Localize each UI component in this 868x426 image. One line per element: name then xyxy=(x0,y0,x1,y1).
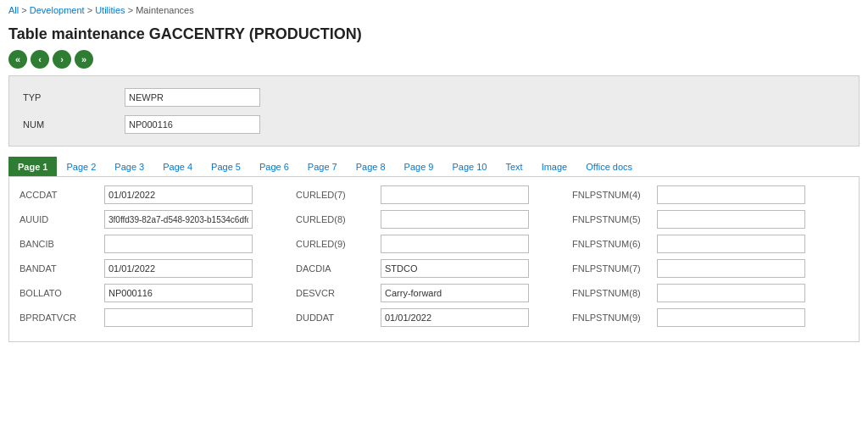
form-row-num: NUM xyxy=(23,115,845,134)
col-group-2: CURLED(7) xyxy=(296,185,572,204)
tab-page3[interactable]: Page 3 xyxy=(105,157,153,176)
col-group-3: FNLPSTNUM(7) xyxy=(572,259,849,278)
breadcrumb-development[interactable]: Development xyxy=(30,5,85,15)
col-group-3: FNLPSTNUM(4) xyxy=(572,185,849,204)
tab-page8[interactable]: Page 8 xyxy=(347,157,395,176)
breadcrumb: All > Development > Utilities > Maintena… xyxy=(0,0,868,20)
tab-page5[interactable]: Page 5 xyxy=(202,157,250,176)
input-fnlpstnum9[interactable] xyxy=(657,308,805,327)
tab-page9[interactable]: Page 9 xyxy=(395,157,443,176)
input-bancib[interactable] xyxy=(104,235,253,253)
col-group-2: DESVCR xyxy=(296,284,572,302)
col-group-1: ACCDAT xyxy=(19,185,296,204)
breadcrumb-utilities[interactable]: Utilities xyxy=(95,5,125,15)
label-bancib: BANCIB xyxy=(19,239,104,249)
col-group-3: FNLPSTNUM(5) xyxy=(572,210,849,229)
label-accdat: ACCDAT xyxy=(19,190,104,200)
label-fnlpstnum9: FNLPSTNUM(9) xyxy=(572,313,657,323)
col-group-1: BOLLATO xyxy=(19,284,296,302)
table-row: AUUID CURLED(8) FNLPSTNUM(5) xyxy=(19,210,849,229)
input-auuid[interactable] xyxy=(104,210,253,229)
table-row: BANDAT DACDIA FNLPSTNUM(7) xyxy=(19,259,849,278)
col-group-3: FNLPSTNUM(8) xyxy=(572,284,849,302)
input-duddat[interactable] xyxy=(381,308,529,327)
input-fnlpstnum7[interactable] xyxy=(657,259,805,278)
tab-page2[interactable]: Page 2 xyxy=(57,157,105,176)
nav-prev-button[interactable]: ‹ xyxy=(31,50,49,69)
col-group-2: DUDDAT xyxy=(296,308,572,327)
nav-next-button[interactable]: › xyxy=(53,50,71,69)
form-label-num: NUM xyxy=(23,119,125,130)
col-group-1: AUUID xyxy=(19,210,296,229)
tab-page1[interactable]: Page 1 xyxy=(8,157,57,176)
table-row: ACCDAT CURLED(7) FNLPSTNUM(4) xyxy=(19,185,849,204)
form-input-num[interactable] xyxy=(125,115,260,134)
input-bollato[interactable] xyxy=(104,284,253,302)
nav-buttons: « ‹ › » xyxy=(0,47,868,75)
col-group-1: BPRDATVCR xyxy=(19,308,296,327)
label-bandat: BANDAT xyxy=(19,263,104,274)
input-bandat[interactable] xyxy=(104,259,253,278)
label-dacdia: DACDIA xyxy=(296,263,381,274)
tab-officedocs[interactable]: Office docs xyxy=(576,157,642,176)
tab-page4[interactable]: Page 4 xyxy=(153,157,202,176)
label-fnlpstnum4: FNLPSTNUM(4) xyxy=(572,190,657,200)
label-curled7: CURLED(7) xyxy=(296,190,381,200)
input-dacdia[interactable] xyxy=(381,259,529,278)
tabs-section: Page 1 Page 2 Page 3 Page 4 Page 5 Page … xyxy=(8,157,860,177)
input-fnlpstnum4[interactable] xyxy=(657,185,805,204)
form-input-typ[interactable] xyxy=(125,88,260,107)
breadcrumb-all[interactable]: All xyxy=(8,5,19,15)
input-fnlpstnum8[interactable] xyxy=(657,284,805,302)
data-section: ACCDAT CURLED(7) FNLPSTNUM(4) AUUID CURL… xyxy=(8,177,860,342)
label-auuid: AUUID xyxy=(19,214,104,224)
tab-page6[interactable]: Page 6 xyxy=(250,157,298,176)
page-title: Table maintenance GACCENTRY (PRODUCTION) xyxy=(0,20,868,47)
col-group-1: BANCIB xyxy=(19,235,296,253)
label-duddat: DUDDAT xyxy=(296,313,381,323)
input-curled8[interactable] xyxy=(381,210,529,229)
table-row: BANCIB CURLED(9) FNLPSTNUM(6) xyxy=(19,235,849,253)
input-fnlpstnum5[interactable] xyxy=(657,210,805,229)
input-desvcr[interactable] xyxy=(381,284,529,302)
label-fnlpstnum8: FNLPSTNUM(8) xyxy=(572,288,657,298)
label-fnlpstnum7: FNLPSTNUM(7) xyxy=(572,263,657,274)
input-bprdatvcr[interactable] xyxy=(104,308,253,327)
col-group-2: CURLED(9) xyxy=(296,235,572,253)
breadcrumb-maintenances: Maintenances xyxy=(136,5,194,15)
label-desvcr: DESVCR xyxy=(296,288,381,298)
label-fnlpstnum6: FNLPSTNUM(6) xyxy=(572,239,657,249)
tabs-row: Page 1 Page 2 Page 3 Page 4 Page 5 Page … xyxy=(8,157,860,177)
col-group-2: DACDIA xyxy=(296,259,572,278)
col-group-2: CURLED(8) xyxy=(296,210,572,229)
nav-first-button[interactable]: « xyxy=(8,50,27,69)
form-section: TYP NUM xyxy=(8,75,860,147)
input-curled7[interactable] xyxy=(381,185,529,204)
tab-page7[interactable]: Page 7 xyxy=(298,157,347,176)
input-curled9[interactable] xyxy=(381,235,529,253)
label-bollato: BOLLATO xyxy=(19,288,104,298)
label-curled9: CURLED(9) xyxy=(296,239,381,249)
tab-image[interactable]: Image xyxy=(532,157,577,176)
form-label-typ: TYP xyxy=(23,92,125,102)
input-accdat[interactable] xyxy=(104,185,253,204)
table-row: BOLLATO DESVCR FNLPSTNUM(8) xyxy=(19,284,849,302)
col-group-3: FNLPSTNUM(6) xyxy=(572,235,849,253)
tab-page10[interactable]: Page 10 xyxy=(442,157,496,176)
fields-grid: ACCDAT CURLED(7) FNLPSTNUM(4) AUUID CURL… xyxy=(19,185,849,327)
label-bprdatvcr: BPRDATVCR xyxy=(19,313,104,323)
tab-text[interactable]: Text xyxy=(496,157,531,176)
table-row: BPRDATVCR DUDDAT FNLPSTNUM(9) xyxy=(19,308,849,327)
label-curled8: CURLED(8) xyxy=(296,214,381,224)
label-fnlpstnum5: FNLPSTNUM(5) xyxy=(572,214,657,224)
nav-last-button[interactable]: » xyxy=(75,50,93,69)
col-group-3: FNLPSTNUM(9) xyxy=(572,308,849,327)
form-row-typ: TYP xyxy=(23,88,845,107)
input-fnlpstnum6[interactable] xyxy=(657,235,805,253)
col-group-1: BANDAT xyxy=(19,259,296,278)
